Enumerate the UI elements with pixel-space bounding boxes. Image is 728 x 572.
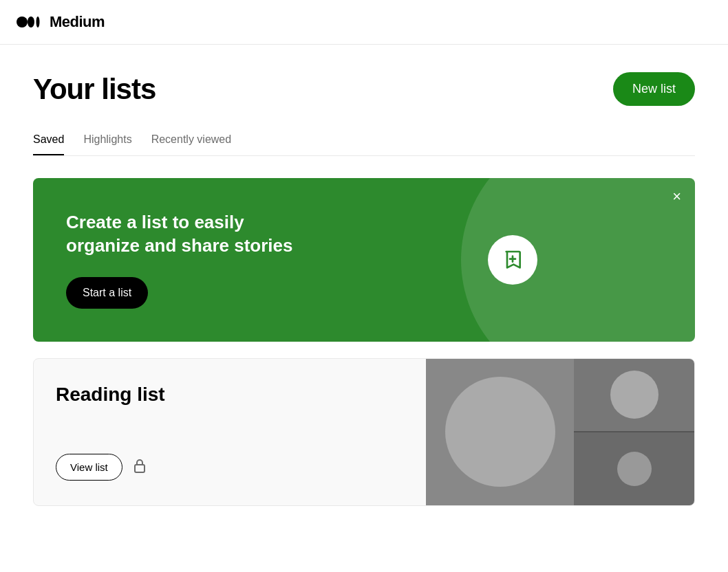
promo-decoration [331,178,695,342]
reading-list-thumbnails [426,359,694,505]
logo[interactable]: Medium [17,12,105,32]
private-lock-icon [133,458,146,476]
tab-highlights[interactable]: Highlights [83,125,131,155]
reading-list-content: Reading list View list [34,359,426,505]
start-list-button[interactable]: Start a list [66,277,148,309]
bookmark-plus-icon [502,249,524,271]
svg-point-2 [36,16,40,28]
tabs-nav: Saved Highlights Recently viewed [33,125,695,156]
promo-icon-circle [488,235,537,285]
svg-point-1 [28,16,34,28]
thumbnail-sm-circle-1 [610,371,659,419]
logo-text: Medium [50,13,105,31]
thumbnail-stack [574,359,694,505]
thumbnail-sm-circle-2 [617,452,652,486]
svg-rect-5 [135,465,144,472]
main-content: Your lists New list Saved Highlights Rec… [17,45,711,506]
promo-content: Create a list to easily organize and sha… [66,211,314,309]
page-title-row: Your lists New list [33,72,695,106]
reading-list-actions: View list [56,454,404,481]
thumbnail-main [426,359,574,505]
thumbnail-main-circle [445,377,555,487]
svg-point-0 [17,16,28,28]
medium-logo-icon [17,12,45,32]
new-list-button[interactable]: New list [613,72,695,106]
thumbnail-sm-2 [574,432,694,505]
site-header: Medium [0,0,728,45]
reading-list-title: Reading list [56,384,404,406]
promo-close-button[interactable]: × [672,189,681,204]
reading-list-card: Reading list View list [33,358,695,506]
view-list-button[interactable]: View list [56,454,122,481]
thumbnail-sm-1 [574,359,694,433]
promo-banner: Create a list to easily organize and sha… [33,178,695,342]
tab-saved[interactable]: Saved [33,125,64,155]
promo-title: Create a list to easily organize and sha… [66,211,314,258]
tab-recently-viewed[interactable]: Recently viewed [151,125,232,155]
page-title: Your lists [33,73,156,106]
